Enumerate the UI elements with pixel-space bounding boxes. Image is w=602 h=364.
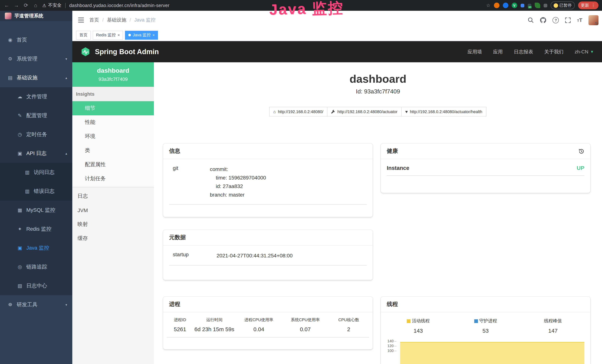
grid-extension-icon[interactable] bbox=[520, 3, 524, 7]
breadcrumb: 首页 基础设施 Java 监控 bbox=[89, 17, 156, 23]
sba-header: Spring Boot Admin 应用墙 应用 日志报表 关于我们 zh-CN… bbox=[72, 41, 602, 62]
drop-extension-icon[interactable] bbox=[503, 3, 508, 8]
close-icon[interactable]: × bbox=[153, 33, 155, 37]
puzzle-extension-icon[interactable] bbox=[543, 3, 547, 7]
sidebar-item-java-monitor[interactable]: ▣ Java 监控 bbox=[0, 238, 72, 257]
sidebar-item-label: API 日志 bbox=[26, 150, 46, 157]
sidebar-item-infrastructure[interactable]: ▤ 基础设施 ▴ bbox=[0, 68, 72, 87]
fox-extension-icon[interactable] bbox=[494, 3, 499, 8]
sba-nav-wallboard[interactable]: 应用墙 bbox=[468, 48, 482, 55]
breadcrumb-infrastructure[interactable]: 基础设施 bbox=[99, 17, 126, 23]
paused-pill[interactable]: 已暂停 bbox=[550, 1, 575, 9]
caret-down-icon: ▾ bbox=[595, 21, 596, 24]
sidebar-item-file-manage[interactable]: ☁ 文件管理 bbox=[0, 87, 72, 106]
sba-nav-applications[interactable]: 应用 bbox=[493, 48, 503, 55]
breadcrumb-current: Java 监控 bbox=[126, 17, 155, 23]
sba-locale-select[interactable]: zh-CN ▼ bbox=[575, 49, 594, 54]
app-menu: ◉ 首页 ⚙ 系统管理 ▾ ▤ 基础设施 ▴ ☁ 文件管理 bbox=[0, 30, 72, 314]
col-header: CPU核心数 bbox=[329, 317, 369, 323]
sidebar-item-error-logs[interactable]: ▥ 错误日志 bbox=[0, 182, 72, 201]
bookmark-star-icon[interactable]: ☆ bbox=[486, 3, 490, 8]
process-card-header: 进程 bbox=[163, 297, 373, 312]
search-icon[interactable] bbox=[528, 17, 534, 23]
sidebar-item-tracing[interactable]: ◎ 链路追踪 bbox=[0, 257, 72, 276]
sidebar-item-dev-tools[interactable]: ☸ 研发工具 ▾ bbox=[0, 295, 72, 314]
sba-item-details[interactable]: 细节 bbox=[72, 101, 154, 115]
instance-home-link[interactable]: ⌂ http://192.168.0.2:48080/ bbox=[269, 107, 327, 117]
sba-logo-icon bbox=[80, 47, 90, 57]
card-title: 健康 bbox=[387, 148, 398, 155]
switcher-extension-icon[interactable]: on bbox=[527, 3, 531, 7]
sidebar-item-redis-monitor[interactable]: ✦ Redis 监控 bbox=[0, 220, 72, 238]
col-header: 运行时间 bbox=[193, 317, 236, 323]
sidebar-item-log-center[interactable]: ▧ 日志中心 bbox=[0, 276, 72, 295]
user-menu[interactable]: ▾ bbox=[589, 15, 596, 25]
git-branch-line: branch: master bbox=[210, 191, 367, 199]
tab-redis-monitor[interactable]: Redis 监控 × bbox=[93, 31, 123, 40]
sidebar-item-mysql-monitor[interactable]: ▦ MySQL 监控 bbox=[0, 201, 72, 220]
leaf-extension-icon[interactable] bbox=[535, 3, 540, 8]
browser-menu-icon[interactable]: ⋮ bbox=[591, 3, 595, 8]
avatar[interactable] bbox=[589, 15, 599, 25]
app-logo[interactable]: 芋道管理系统 bbox=[0, 11, 72, 21]
breadcrumb-home[interactable]: 首页 bbox=[89, 17, 99, 23]
col-value: 5261 bbox=[167, 326, 193, 332]
sba-brand[interactable]: Spring Boot Admin bbox=[95, 48, 159, 56]
help-icon[interactable]: ? bbox=[553, 17, 559, 23]
java-monitor-icon: ▣ bbox=[17, 245, 23, 251]
sba-item-scheduled-tasks[interactable]: 计划任务 bbox=[72, 172, 154, 186]
dashboard-icon: ◉ bbox=[7, 37, 13, 43]
forward-icon[interactable]: → bbox=[13, 0, 19, 11]
process-table: 进程ID 运行时间 进程CPU使用率 系统CPU使用率 CPU核心数 5261 … bbox=[163, 312, 373, 337]
sba-item-jvm[interactable]: JVM bbox=[72, 203, 154, 217]
back-icon[interactable]: ← bbox=[4, 0, 10, 11]
home-icon[interactable]: ⌂ bbox=[33, 0, 39, 11]
col-value: 6d 23h 15m 59s bbox=[193, 326, 236, 332]
sba-instance-block[interactable]: dashboard 93a3fc7f7409 bbox=[72, 62, 154, 87]
reload-icon[interactable]: ⟳ bbox=[23, 0, 29, 11]
history-icon[interactable] bbox=[579, 148, 584, 154]
sidebar-item-system[interactable]: ⚙ 系统管理 ▾ bbox=[0, 49, 72, 68]
git-info-row: git commit: time: 1596289704000 id: 27aa… bbox=[169, 165, 367, 205]
legend-value: 143 bbox=[385, 327, 452, 334]
address-bar[interactable]: dashboard.yudao.iocoder.cn/infra/admin-s… bbox=[69, 3, 170, 8]
actuator-link[interactable]: http://192.168.0.2:48080/actuator bbox=[327, 107, 402, 117]
legend-live-threads: 活动线程 143 bbox=[385, 318, 452, 334]
metadata-card: 元数据 startup 2021-04-27T00:44:31.254+08:0… bbox=[163, 230, 373, 280]
sba-item-environment[interactable]: 环境 bbox=[72, 129, 154, 143]
card-title: 线程 bbox=[387, 301, 398, 308]
sidebar-item-label: Java 监控 bbox=[26, 245, 49, 251]
hamburger-icon[interactable] bbox=[78, 17, 84, 23]
sba-item-config-props[interactable]: 配置属性 bbox=[72, 158, 154, 172]
chrome-update-button[interactable]: 更新 ⋮ bbox=[578, 1, 598, 9]
sba-item-mappings[interactable]: 映射 bbox=[72, 217, 154, 231]
sidebar-item-api-logs[interactable]: ▣ API 日志 ▴ bbox=[0, 144, 72, 163]
github-icon[interactable] bbox=[540, 17, 546, 23]
v-extension-icon[interactable]: V bbox=[512, 3, 517, 8]
paused-label: 已暂停 bbox=[559, 3, 572, 8]
sba-nav-journal[interactable]: 日志报表 bbox=[514, 48, 533, 55]
sidebar-item-scheduled-jobs[interactable]: ◷ 定时任务 bbox=[0, 125, 72, 144]
sba-item-caches[interactable]: 缓存 bbox=[72, 231, 154, 246]
sba-item-logs[interactable]: 日志 bbox=[72, 189, 154, 203]
sidebar-item-access-logs[interactable]: ▥ 访问日志 bbox=[0, 163, 72, 182]
instance-name: dashboard bbox=[75, 67, 151, 75]
sba-nav-about[interactable]: 关于我们 bbox=[544, 48, 564, 55]
legend-blue-swatch bbox=[474, 319, 478, 323]
locale-value: zh-CN bbox=[575, 49, 589, 54]
sba-nav: 应用墙 应用 日志报表 关于我们 zh-CN ▼ bbox=[468, 48, 594, 55]
close-icon[interactable]: × bbox=[118, 33, 120, 37]
site-security-chip[interactable]: ⚠ 不安全 bbox=[42, 2, 62, 9]
tab-home[interactable]: 首页 bbox=[76, 31, 91, 40]
sidebar-item-home[interactable]: ◉ 首页 bbox=[0, 30, 72, 49]
tab-java-monitor[interactable]: Java 监控 × bbox=[125, 31, 158, 40]
legend-peak-threads: 线程峰值 147 bbox=[519, 318, 587, 334]
font-size-icon[interactable]: TT bbox=[577, 17, 582, 23]
health-link[interactable]: ♥ http://192.168.0.2:48080/actuator/heal… bbox=[401, 107, 486, 117]
wrench-icon bbox=[331, 110, 335, 114]
sba-item-classes[interactable]: 类 bbox=[72, 143, 154, 158]
sidebar-item-config-manage[interactable]: ✎ 配置管理 bbox=[0, 106, 72, 125]
logo-avatar bbox=[5, 13, 11, 19]
sba-item-metrics[interactable]: 性能 bbox=[72, 115, 154, 129]
fullscreen-icon[interactable] bbox=[565, 17, 571, 23]
